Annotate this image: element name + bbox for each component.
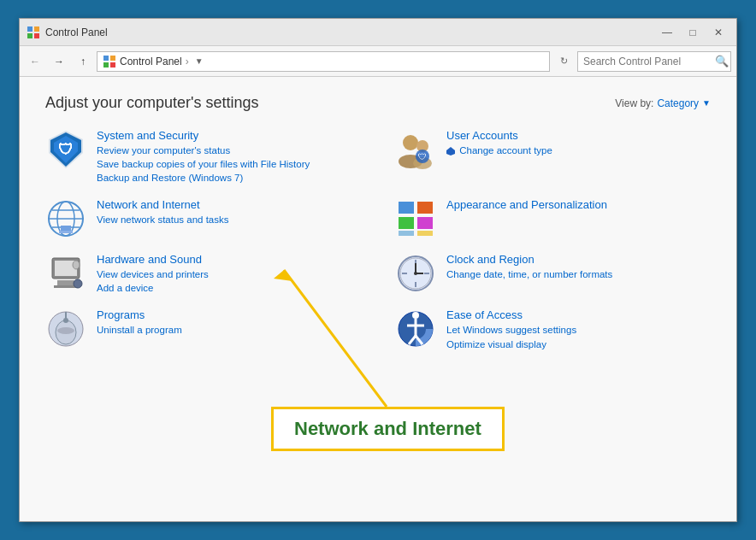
- svg-rect-6: [103, 62, 109, 68]
- ease-access-text: Ease of Access Let Windows suggest setti…: [446, 308, 711, 350]
- page-title: Adjust your computer's settings: [45, 94, 259, 112]
- category-network-internet[interactable]: Network and Internet View network status…: [45, 198, 361, 239]
- svg-rect-26: [399, 202, 414, 214]
- control-panel-window: Control Panel — □ ✕ ← → ↑: [19, 18, 737, 522]
- appearance-text: Appearance and Personalization: [446, 198, 711, 213]
- hardware-sound-icon: [45, 253, 86, 294]
- clock-link-1[interactable]: Change date, time, or number formats: [446, 267, 711, 281]
- network-internet-icon: [45, 198, 86, 239]
- svg-rect-7: [110, 62, 115, 68]
- svg-rect-1: [34, 26, 39, 32]
- svg-point-36: [74, 279, 82, 288]
- svg-point-51: [63, 318, 68, 323]
- svg-rect-2: [27, 33, 32, 38]
- hardware-link-2[interactable]: Add a device: [97, 281, 361, 295]
- svg-rect-25: [59, 231, 73, 233]
- category-programs[interactable]: Programs Uninstall a program: [45, 308, 361, 350]
- network-internet-text: Network and Internet View network status…: [97, 198, 361, 226]
- category-user-accounts[interactable]: 🛡 User Accounts Change account type: [395, 129, 711, 185]
- category-ease-access[interactable]: Ease of Access Let Windows suggest setti…: [395, 308, 711, 350]
- window-controls: — □ ✕: [656, 24, 729, 41]
- address-path: Control Panel: [120, 56, 182, 68]
- category-clock-region[interactable]: Clock and Region Change date, time, or n…: [395, 253, 711, 295]
- svg-marker-18: [446, 147, 455, 156]
- user-accounts-text: User Accounts Change account type: [446, 129, 711, 157]
- programs-title[interactable]: Programs: [97, 308, 361, 321]
- ease-access-title[interactable]: Ease of Access: [446, 308, 711, 321]
- programs-icon: [45, 308, 86, 349]
- viewby-value[interactable]: Category: [657, 97, 699, 109]
- ease-link-2[interactable]: Optimize visual display: [446, 338, 711, 351]
- window-icon: [27, 26, 40, 39]
- system-link-3[interactable]: Backup and Restore (Windows 7): [97, 171, 361, 185]
- content-header: Adjust your computer's settings View by:…: [45, 94, 711, 112]
- svg-rect-29: [417, 217, 433, 229]
- category-hardware-sound[interactable]: Hardware and Sound View devices and prin…: [45, 253, 361, 295]
- category-appearance[interactable]: Appearance and Personalization: [395, 198, 711, 239]
- svg-point-46: [414, 272, 417, 275]
- window-title: Control Panel: [45, 26, 656, 38]
- svg-rect-5: [110, 56, 115, 61]
- svg-rect-27: [417, 202, 433, 214]
- view-by-control: View by: Category ▼: [615, 97, 711, 109]
- refresh-button[interactable]: ↻: [553, 51, 574, 72]
- programs-text: Programs Uninstall a program: [97, 308, 361, 337]
- hardware-sound-title[interactable]: Hardware and Sound: [97, 253, 361, 266]
- programs-link-1[interactable]: Uninstall a program: [97, 323, 361, 337]
- svg-rect-30: [399, 231, 414, 236]
- user-link-1[interactable]: Change account type: [446, 144, 711, 157]
- system-link-1[interactable]: Review your computer's status: [97, 144, 361, 157]
- content-area: Adjust your computer's settings View by:…: [20, 77, 736, 521]
- categories-grid: 🛡 System and Security Review your comput…: [45, 129, 711, 351]
- svg-rect-4: [103, 56, 109, 61]
- search-input[interactable]: [583, 56, 712, 68]
- user-accounts-title[interactable]: User Accounts: [446, 129, 711, 142]
- svg-point-54: [412, 312, 419, 319]
- forward-button[interactable]: →: [49, 51, 69, 72]
- search-field[interactable]: 🔍: [577, 51, 731, 72]
- svg-point-49: [57, 327, 74, 334]
- svg-rect-34: [57, 280, 74, 285]
- viewby-label: View by:: [615, 97, 653, 109]
- address-icon: [103, 55, 116, 68]
- system-link-2[interactable]: Save backup copies of your files with Fi…: [97, 157, 361, 171]
- minimize-button[interactable]: —: [656, 24, 678, 41]
- viewby-chevron[interactable]: ▼: [702, 98, 711, 108]
- system-security-title[interactable]: System and Security: [97, 129, 361, 142]
- svg-text:🛡: 🛡: [58, 141, 74, 158]
- hardware-link-1[interactable]: View devices and printers: [97, 267, 361, 281]
- svg-point-37: [73, 261, 80, 269]
- clock-region-title[interactable]: Clock and Region: [446, 253, 711, 266]
- up-button[interactable]: ↑: [73, 51, 93, 72]
- svg-rect-3: [34, 33, 39, 38]
- maximize-button[interactable]: □: [682, 24, 704, 41]
- network-internet-title[interactable]: Network and Internet: [97, 198, 361, 211]
- search-icon: 🔍: [715, 55, 729, 68]
- svg-point-12: [403, 135, 418, 150]
- svg-text:🛡: 🛡: [418, 152, 427, 161]
- address-field[interactable]: Control Panel › ▼: [97, 51, 550, 72]
- appearance-title[interactable]: Appearance and Personalization: [446, 198, 711, 211]
- user-accounts-icon: 🛡: [395, 129, 436, 170]
- title-bar: Control Panel — □ ✕: [20, 19, 736, 46]
- close-button[interactable]: ✕: [707, 24, 729, 41]
- address-bar: ← → ↑ Control Panel › ▼ ↻: [20, 46, 736, 77]
- ease-link-1[interactable]: Let Windows suggest settings: [446, 323, 711, 337]
- svg-rect-31: [417, 231, 433, 236]
- system-security-text: System and Security Review your computer…: [97, 129, 361, 185]
- category-system-security[interactable]: 🛡 System and Security Review your comput…: [45, 129, 361, 185]
- network-link-1[interactable]: View network status and tasks: [97, 213, 361, 226]
- ease-access-icon: [395, 308, 436, 349]
- address-dropdown-button[interactable]: ▼: [192, 51, 206, 72]
- clock-region-text: Clock and Region Change date, time, or n…: [446, 253, 711, 281]
- hardware-sound-text: Hardware and Sound View devices and prin…: [97, 253, 361, 295]
- address-separator: ›: [186, 56, 189, 68]
- svg-rect-28: [399, 217, 414, 229]
- svg-rect-0: [27, 26, 32, 32]
- appearance-icon: [395, 198, 436, 239]
- system-security-icon: 🛡: [45, 129, 86, 170]
- clock-region-icon: [395, 253, 436, 294]
- back-button[interactable]: ←: [25, 51, 45, 72]
